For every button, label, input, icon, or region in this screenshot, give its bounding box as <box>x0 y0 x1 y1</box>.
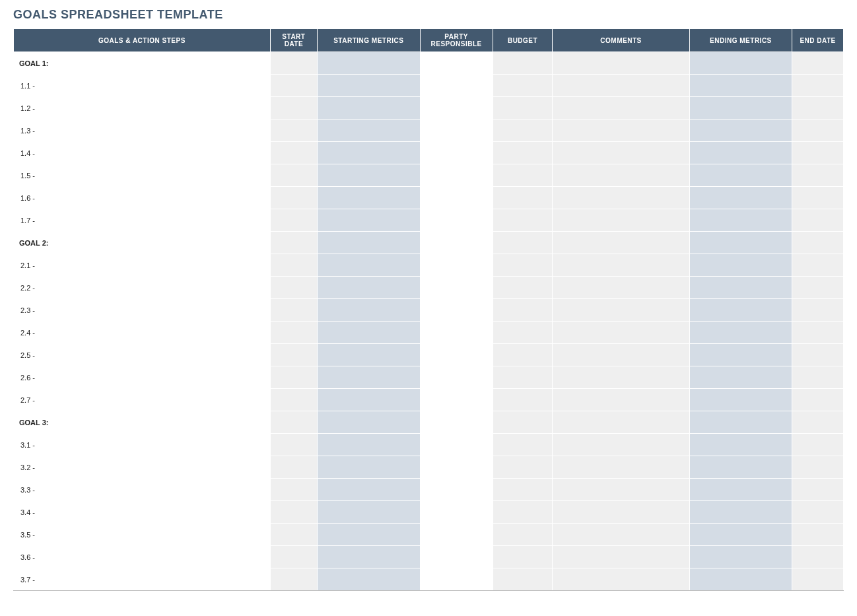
cell-startmetrics[interactable] <box>318 75 421 97</box>
cell-startdate[interactable] <box>270 164 317 187</box>
cell-startmetrics[interactable] <box>318 254 421 277</box>
cell-party[interactable] <box>420 97 493 120</box>
cell-enddate[interactable] <box>792 546 844 568</box>
cell-startdate[interactable] <box>270 434 317 456</box>
cell-enddate[interactable] <box>792 479 844 501</box>
cell-enddate[interactable] <box>792 52 844 75</box>
cell-comments[interactable] <box>553 546 689 568</box>
cell-comments[interactable] <box>553 120 689 142</box>
cell-endmetrics[interactable] <box>689 344 792 366</box>
cell-enddate[interactable] <box>792 209 844 232</box>
cell-startdate[interactable] <box>270 120 317 142</box>
cell-comments[interactable] <box>553 434 689 456</box>
cell-enddate[interactable] <box>792 164 844 187</box>
cell-enddate[interactable] <box>792 501 844 524</box>
cell-party[interactable] <box>420 568 493 591</box>
cell-party[interactable] <box>420 52 493 75</box>
cell-enddate[interactable] <box>792 322 844 344</box>
cell-endmetrics[interactable] <box>689 434 792 456</box>
cell-startmetrics[interactable] <box>318 434 421 456</box>
cell-comments[interactable] <box>553 366 689 389</box>
cell-budget[interactable] <box>493 501 553 524</box>
cell-startmetrics[interactable] <box>318 164 421 187</box>
cell-goals[interactable]: GOAL 1: <box>14 52 271 75</box>
cell-startmetrics[interactable] <box>318 546 421 568</box>
cell-goals[interactable]: 3.6 - <box>14 546 271 568</box>
cell-goals[interactable]: 2.2 - <box>14 277 271 299</box>
cell-goals[interactable]: GOAL 3: <box>14 411 271 434</box>
cell-comments[interactable] <box>553 52 689 75</box>
cell-goals[interactable]: 2.1 - <box>14 254 271 277</box>
cell-startdate[interactable] <box>270 344 317 366</box>
cell-goals[interactable]: 3.1 - <box>14 434 271 456</box>
cell-goals[interactable]: 1.2 - <box>14 97 271 120</box>
cell-endmetrics[interactable] <box>689 164 792 187</box>
cell-endmetrics[interactable] <box>689 299 792 322</box>
cell-budget[interactable] <box>493 456 553 479</box>
cell-startmetrics[interactable] <box>318 120 421 142</box>
cell-startmetrics[interactable] <box>318 366 421 389</box>
cell-party[interactable] <box>420 524 493 546</box>
cell-budget[interactable] <box>493 120 553 142</box>
cell-startdate[interactable] <box>270 389 317 411</box>
cell-startmetrics[interactable] <box>318 232 421 254</box>
cell-startmetrics[interactable] <box>318 209 421 232</box>
cell-goals[interactable]: 3.7 - <box>14 568 271 591</box>
cell-comments[interactable] <box>553 277 689 299</box>
cell-endmetrics[interactable] <box>689 322 792 344</box>
cell-startdate[interactable] <box>270 97 317 120</box>
cell-comments[interactable] <box>553 501 689 524</box>
cell-comments[interactable] <box>553 411 689 434</box>
cell-goals[interactable]: 3.5 - <box>14 524 271 546</box>
cell-goals[interactable]: 3.4 - <box>14 501 271 524</box>
cell-enddate[interactable] <box>792 456 844 479</box>
cell-enddate[interactable] <box>792 97 844 120</box>
cell-startdate[interactable] <box>270 254 317 277</box>
cell-startdate[interactable] <box>270 366 317 389</box>
cell-endmetrics[interactable] <box>689 97 792 120</box>
cell-comments[interactable] <box>553 389 689 411</box>
cell-endmetrics[interactable] <box>689 389 792 411</box>
cell-goals[interactable]: 2.3 - <box>14 299 271 322</box>
cell-comments[interactable] <box>553 479 689 501</box>
cell-budget[interactable] <box>493 434 553 456</box>
cell-enddate[interactable] <box>792 568 844 591</box>
cell-startdate[interactable] <box>270 52 317 75</box>
cell-startmetrics[interactable] <box>318 389 421 411</box>
cell-party[interactable] <box>420 546 493 568</box>
cell-party[interactable] <box>420 75 493 97</box>
cell-party[interactable] <box>420 366 493 389</box>
cell-enddate[interactable] <box>792 299 844 322</box>
cell-endmetrics[interactable] <box>689 187 792 209</box>
cell-startmetrics[interactable] <box>318 344 421 366</box>
cell-comments[interactable] <box>553 322 689 344</box>
cell-comments[interactable] <box>553 232 689 254</box>
cell-endmetrics[interactable] <box>689 277 792 299</box>
cell-enddate[interactable] <box>792 344 844 366</box>
cell-goals[interactable]: 3.2 - <box>14 456 271 479</box>
cell-party[interactable] <box>420 344 493 366</box>
cell-party[interactable] <box>420 479 493 501</box>
cell-comments[interactable] <box>553 97 689 120</box>
cell-goals[interactable]: GOAL 2: <box>14 232 271 254</box>
cell-party[interactable] <box>420 322 493 344</box>
cell-startdate[interactable] <box>270 479 317 501</box>
cell-startmetrics[interactable] <box>318 501 421 524</box>
cell-startdate[interactable] <box>270 277 317 299</box>
cell-startmetrics[interactable] <box>318 97 421 120</box>
cell-budget[interactable] <box>493 254 553 277</box>
cell-goals[interactable]: 3.3 - <box>14 479 271 501</box>
cell-startdate[interactable] <box>270 209 317 232</box>
cell-party[interactable] <box>420 277 493 299</box>
cell-budget[interactable] <box>493 299 553 322</box>
cell-budget[interactable] <box>493 52 553 75</box>
cell-budget[interactable] <box>493 389 553 411</box>
cell-startdate[interactable] <box>270 456 317 479</box>
cell-budget[interactable] <box>493 479 553 501</box>
cell-party[interactable] <box>420 232 493 254</box>
cell-startmetrics[interactable] <box>318 456 421 479</box>
cell-startmetrics[interactable] <box>318 299 421 322</box>
cell-enddate[interactable] <box>792 366 844 389</box>
cell-enddate[interactable] <box>792 232 844 254</box>
cell-budget[interactable] <box>493 546 553 568</box>
